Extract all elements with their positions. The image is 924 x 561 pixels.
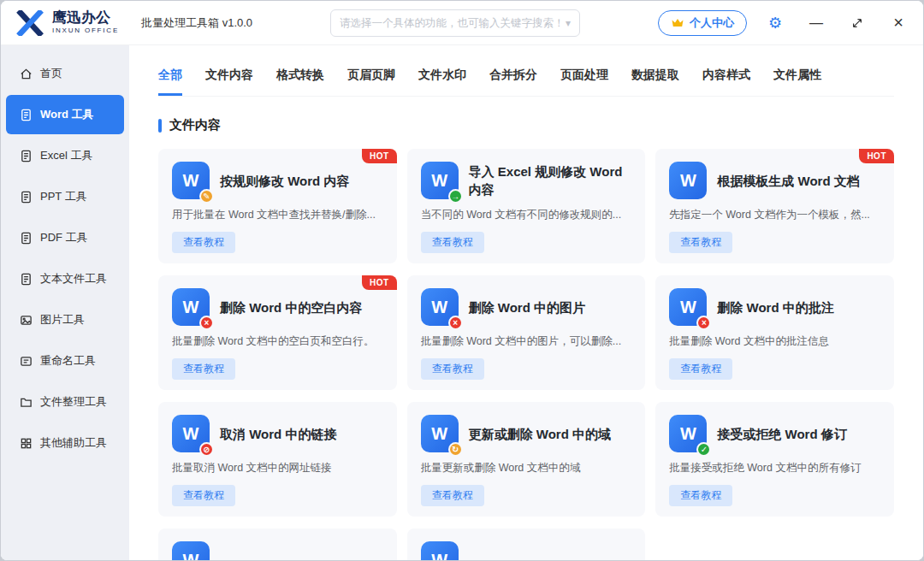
title-bar: 鹰迅办公 INXUN OFFICE 批量处理工具箱 v1.0.0 ▾ 个人中心 … xyxy=(1,1,923,45)
minimize-button[interactable]: — xyxy=(807,14,826,32)
delete-badge-icon: × xyxy=(448,316,463,330)
brand: 鹰迅办公 INXUN OFFICE xyxy=(16,10,119,36)
delete-badge-icon: × xyxy=(199,316,214,330)
word-template-icon: W xyxy=(669,162,707,199)
search-input[interactable] xyxy=(340,17,560,29)
sidebar-item-home[interactable]: 首页 xyxy=(6,54,124,93)
word-delete-blank-icon: W × xyxy=(172,288,210,326)
check-badge-icon: ✓ xyxy=(696,442,711,457)
view-tutorial-button[interactable]: 查看教程 xyxy=(172,358,235,380)
icon-letter: W xyxy=(183,424,199,444)
ppt-file-icon xyxy=(20,191,33,204)
tab-data-extract[interactable]: 数据提取 xyxy=(631,68,679,96)
view-tutorial-button[interactable]: 查看教程 xyxy=(421,485,484,506)
view-tutorial-button[interactable]: 查看教程 xyxy=(669,485,732,506)
content-panel: 全部 文件内容 格式转换 页眉页脚 文件水印 合并拆分 页面处理 数据提取 内容… xyxy=(129,45,923,560)
sidebar-item-rename[interactable]: 重命名工具 xyxy=(6,341,124,381)
settings-gear-icon[interactable]: ⚙ xyxy=(766,14,785,32)
card-description: 先指定一个 Word 文档作为一个模板，然... xyxy=(669,208,880,222)
view-tutorial-button[interactable]: 查看教程 xyxy=(172,485,235,506)
import-badge-icon: → xyxy=(448,189,463,204)
hot-badge: HOT xyxy=(859,149,894,163)
word-delete-comment-icon: W × xyxy=(669,288,707,326)
tool-card[interactable]: W × 删除 Word 中的图片 批量删除 Word 文档中的图片，可以删除..… xyxy=(407,275,646,390)
sidebar-item-label: 首页 xyxy=(40,66,62,81)
tab-format-convert[interactable]: 格式转换 xyxy=(276,68,324,96)
hot-badge: HOT xyxy=(362,149,397,163)
section-header: 文件内容 xyxy=(158,117,894,133)
sidebar-item-organize[interactable]: 文件整理工具 xyxy=(6,382,124,422)
tool-card[interactable]: W × 删除 Word 中的批注 批量删除 Word 文档中的批注信息 查看教程 xyxy=(655,275,894,390)
card-title: 取消 Word 中的链接 xyxy=(220,425,336,443)
tab-all[interactable]: 全部 xyxy=(158,68,182,96)
main-area: 首页 Word 工具 Excel 工具 PPT 工具 PDF 工具 文本文件工具 xyxy=(1,45,923,560)
view-tutorial-button[interactable]: 查看教程 xyxy=(669,232,732,253)
card-title: 删除 Word 中的图片 xyxy=(469,298,585,316)
card-title: 按规则修改 Word 内容 xyxy=(220,172,349,190)
card-title: 删除 Word 中的批注 xyxy=(717,298,833,316)
tab-watermark[interactable]: 文件水印 xyxy=(418,68,466,96)
sidebar-item-ppt[interactable]: PPT 工具 xyxy=(6,177,124,216)
icon-letter: W xyxy=(431,424,447,444)
tool-card[interactable]: W ✓ 接受或拒绝 Word 修订 批量接受或拒绝 Word 文档中的所有修订 … xyxy=(655,402,894,517)
tool-card[interactable]: W ↻ 更新或删除 Word 中的域 批量更新或删除 Word 文档中的域 查看… xyxy=(407,402,646,517)
tool-card[interactable]: HOT W ✎ 按规则修改 Word 内容 用于批量在 Word 文档中查找并替… xyxy=(158,149,397,263)
view-tutorial-button[interactable]: 查看教程 xyxy=(421,358,484,380)
word-tool-icon: W xyxy=(172,541,210,560)
maximize-button[interactable] xyxy=(848,14,867,32)
sidebar-item-other[interactable]: 其他辅助工具 xyxy=(6,423,124,463)
sidebar-item-pdf[interactable]: PDF 工具 xyxy=(6,218,124,257)
rename-icon xyxy=(20,355,33,368)
tab-merge-split[interactable]: 合并拆分 xyxy=(489,68,537,96)
app-window: 鹰迅办公 INXUN OFFICE 批量处理工具箱 v1.0.0 ▾ 个人中心 … xyxy=(0,0,924,561)
search-box[interactable]: ▾ xyxy=(330,9,580,37)
view-tutorial-button[interactable]: 查看教程 xyxy=(669,358,732,380)
tool-card[interactable]: HOT W × 删除 Word 中的空白内容 批量删除 Word 文档中的空白页… xyxy=(158,275,397,390)
tool-card[interactable]: W → 导入 Excel 规则修改 Word 内容 当不同的 Word 文档有不… xyxy=(407,149,646,263)
card-description: 用于批量在 Word 文档中查找并替换/删除... xyxy=(172,208,383,222)
close-button[interactable]: × xyxy=(889,14,908,32)
delete-badge-icon: × xyxy=(696,316,711,330)
brand-subtitle: INXUN OFFICE xyxy=(52,27,119,35)
pdf-file-icon xyxy=(20,232,33,245)
icon-letter: W xyxy=(680,298,696,317)
card-title: 导入 Excel 规则修改 Word 内容 xyxy=(469,162,632,198)
text-file-icon xyxy=(20,273,33,286)
tab-file-content[interactable]: 文件内容 xyxy=(205,68,253,96)
tool-card[interactable]: W ⊘ 取消 Word 中的链接 批量取消 Word 文档中的网址链接 查看教程 xyxy=(158,402,397,517)
card-title: 删除 Word 中的空白内容 xyxy=(220,298,362,316)
section-accent-bar xyxy=(158,119,162,133)
tab-page-process[interactable]: 页面处理 xyxy=(560,68,608,96)
section-title: 文件内容 xyxy=(169,117,221,133)
card-title: 更新或删除 Word 中的域 xyxy=(469,425,611,443)
home-icon xyxy=(20,68,33,80)
tab-file-attrs[interactable]: 文件属性 xyxy=(773,68,821,96)
view-tutorial-button[interactable]: 查看教程 xyxy=(421,232,484,253)
sidebar: 首页 Word 工具 Excel 工具 PPT 工具 PDF 工具 文本文件工具 xyxy=(1,45,129,560)
word-delete-image-icon: W × xyxy=(421,288,459,326)
user-center-button[interactable]: 个人中心 xyxy=(658,10,747,36)
view-tutorial-button[interactable]: 查看教程 xyxy=(172,232,235,253)
category-tabs: 全部 文件内容 格式转换 页眉页脚 文件水印 合并拆分 页面处理 数据提取 内容… xyxy=(158,45,894,97)
resize-diagonal-icon xyxy=(851,17,863,29)
tool-card[interactable]: HOT W 根据模板生成 Word 文档 先指定一个 Word 文档作为一个模板… xyxy=(655,149,894,263)
tool-card-partial[interactable]: W xyxy=(407,529,646,560)
card-title: 根据模板生成 Word 文档 xyxy=(717,172,859,190)
sidebar-item-label: PPT 工具 xyxy=(40,189,87,204)
icon-letter: W xyxy=(680,424,696,444)
sidebar-item-word[interactable]: Word 工具 xyxy=(6,95,124,134)
sidebar-item-label: PDF 工具 xyxy=(40,230,88,245)
user-center-label: 个人中心 xyxy=(690,15,734,31)
icon-letter: W xyxy=(431,298,447,317)
tool-card-grid: HOT W ✎ 按规则修改 Word 内容 用于批量在 Word 文档中查找并替… xyxy=(158,149,894,560)
sidebar-item-excel[interactable]: Excel 工具 xyxy=(6,136,124,175)
sidebar-item-image[interactable]: 图片工具 xyxy=(6,300,124,340)
icon-letter: W xyxy=(183,298,199,317)
card-description: 批量取消 Word 文档中的网址链接 xyxy=(172,461,383,475)
sidebar-item-text[interactable]: 文本文件工具 xyxy=(6,259,124,298)
tool-card-partial[interactable]: W xyxy=(158,529,397,560)
tab-content-style[interactable]: 内容样式 xyxy=(702,68,750,96)
card-title: 接受或拒绝 Word 修订 xyxy=(717,425,846,443)
tab-header-footer[interactable]: 页眉页脚 xyxy=(347,68,395,96)
icon-letter: W xyxy=(183,171,199,191)
